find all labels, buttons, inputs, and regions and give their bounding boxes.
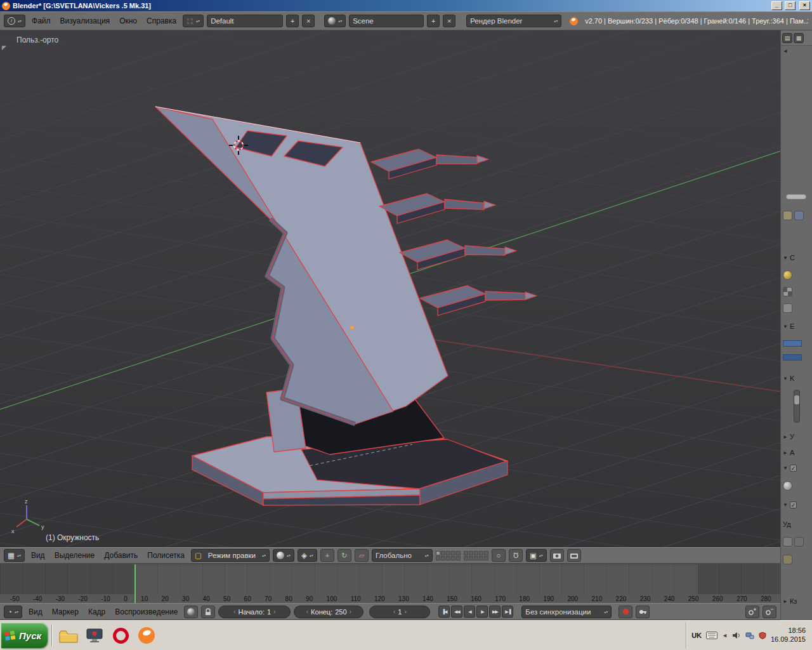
insert-keyframe-button[interactable] [745,606,759,618]
outliner-list-icon[interactable]: ▤ [782,33,792,43]
keying-set-button[interactable] [636,606,650,618]
next-keyframe-button[interactable]: ▶▶ [489,606,501,618]
close-button[interactable]: × [799,1,810,10]
editor-type-selector[interactable]: i ▴▾ [4,15,25,27]
add-scene-button[interactable]: + [427,15,440,27]
props-panel-c[interactable]: ▼C [783,254,811,262]
hidden-icons-arrow[interactable]: ◄ [722,632,728,639]
timeline-ruler[interactable]: -50-40-30-20-100102030405060708090100110… [10,594,771,603]
barrel-assembly-2[interactable] [379,194,495,223]
maximize-button[interactable]: □ [785,1,796,10]
autokey-toggle-button[interactable] [184,606,198,618]
manipulator-scale-button[interactable]: ▱ [355,549,369,562]
value-slider[interactable] [783,390,811,423]
window-titlebar[interactable]: Blender* [G:\SVETLANA\Vickers .5 Mk.31] … [0,0,812,11]
opengl-render-still-button[interactable] [550,549,564,562]
play-button[interactable]: ▶ [476,606,488,618]
barrel-assembly-4[interactable] [420,286,537,315]
add-layout-button[interactable]: + [286,15,299,27]
rail-collapse-arrow[interactable]: ◄ [783,48,811,54]
timeline-editor[interactable]: -50-40-30-20-100102030405060708090100110… [0,564,780,603]
right-arrow-icon[interactable]: › [350,608,351,615]
viewport-canvas[interactable] [0,30,780,547]
keyboard-icon[interactable] [706,632,717,639]
layers-widget-a[interactable] [436,551,461,560]
menu-mesh[interactable]: Полисетка [144,551,188,560]
layers-widget-b[interactable] [464,551,488,560]
props-panel-e[interactable]: ▼E [783,322,811,330]
sphere-widget-icon[interactable] [783,481,811,491]
frame-end-field[interactable]: ‹ Конец: 250 › [294,606,363,618]
props-panel-u[interactable]: ►У [783,433,811,441]
right-arrow-icon[interactable]: › [273,608,275,615]
tray-clock[interactable]: 18:56 16.09.2015 [771,627,806,644]
rail-scroll-handle[interactable] [786,194,806,199]
render-engine-dropdown[interactable]: Рендер Blender ▴▾ [466,15,561,27]
menu-select[interactable]: Выделение [51,551,98,560]
menu-window[interactable]: Окно [116,17,140,25]
screen-layout-browse-button[interactable]: ▴▾ [183,15,204,27]
scene-field[interactable]: Scene [349,15,424,27]
left-arrow-icon[interactable]: ‹ [306,608,308,615]
minimize-button[interactable]: _ [771,1,782,10]
region-split-handle[interactable]: ◤ [2,44,6,51]
mode-dropdown[interactable]: ▢ Режим правки ▴▾ [191,549,270,562]
record-button[interactable] [619,606,632,618]
props-panel-k[interactable]: ▼K [783,375,811,382]
editor-type-selector[interactable]: ▦ ▴▾ [4,549,25,562]
quicklaunch-opera[interactable] [108,623,133,647]
left-arrow-icon[interactable]: ‹ [233,608,235,615]
quicklaunch-blender[interactable] [134,623,159,647]
sync-dropdown[interactable]: Без синхронизации ▴▾ [521,606,612,618]
volume-icon[interactable] [732,632,741,639]
jump-start-button[interactable]: ▐◀ [438,606,450,618]
frame-start-field[interactable]: ‹ Начало: 1 › [218,606,291,618]
texture-checker-icon[interactable] [783,287,811,296]
props-panel-check1[interactable]: ▼✓ [783,465,811,472]
props-panel-kz[interactable]: ►Кз [783,597,811,605]
viewport-shading-dropdown[interactable]: ▴▾ [273,549,294,562]
windows-taskbar[interactable]: Пуск UK ◄ [0,620,812,650]
render-tab-icon[interactable] [783,211,792,220]
menu-view[interactable]: Вид [28,551,48,560]
scene-browse-button[interactable]: ▴▾ [324,15,346,27]
right-arrow-icon[interactable]: › [404,608,406,615]
snap-toggle-button[interactable]: Ω [509,549,523,562]
play-reverse-button[interactable]: ◀ [464,606,475,618]
proportional-edit-button[interactable]: ○ [492,549,506,562]
screen-layout-field[interactable]: Default [207,15,283,27]
opengl-render-anim-button[interactable] [567,549,581,562]
pivot-dropdown[interactable]: ◈ ▴▾ [298,549,317,562]
lock-toggle-button[interactable] [201,606,215,618]
menu-frame[interactable]: Кадр [85,607,108,616]
editor-type-selector[interactable]: ◔ ▴▾ [4,606,22,618]
left-arrow-icon[interactable]: ‹ [393,608,395,615]
snap-element-dropdown[interactable]: ▣ ▴▾ [526,549,547,562]
properties-tabs[interactable] [783,211,811,220]
prev-keyframe-button[interactable]: ◀◀ [451,606,462,618]
menu-add[interactable]: Добавить [101,551,141,560]
props-panel-check2[interactable]: ▼✓ [783,501,811,508]
delete-keyframe-button[interactable] [763,606,776,618]
manipulator-rotate-button[interactable]: ↻ [337,549,351,562]
menu-help[interactable]: Справка [143,17,180,25]
quicklaunch-app[interactable] [82,623,107,647]
link-chain-icon[interactable] [783,303,811,313]
network-icon[interactable] [745,632,754,639]
menu-playback[interactable]: Воспроизведение [112,607,181,616]
props-panel-a[interactable]: ►A [783,449,811,456]
jump-end-button[interactable]: ▶▐ [502,606,513,618]
rail-icon-row[interactable] [783,555,811,564]
props-panel-ud[interactable]: Уд [783,521,811,528]
rail-icon-row[interactable] [783,537,811,547]
menu-file[interactable]: Файл [29,17,54,25]
menu-marker[interactable]: Маркер [49,607,82,616]
viewport-3d[interactable]: Польз.-орто ◤ z y x (1) Окружность [0,30,780,547]
orientation-dropdown[interactable]: Глобально ▴▾ [372,549,433,562]
remove-scene-button[interactable]: × [443,15,455,27]
current-frame-field[interactable]: ‹ 1 › [369,606,430,618]
remove-layout-button[interactable]: × [302,15,315,27]
menu-render[interactable]: Визуализация [57,17,114,25]
outliner-filter-icon[interactable]: ▦ [794,33,804,43]
properties-rail[interactable]: ▤ ▦ ◄ ▼C ▼E ▼K ►У ►A ▼✓ ▼✓ Уд ►Кз ►В [780,30,812,620]
